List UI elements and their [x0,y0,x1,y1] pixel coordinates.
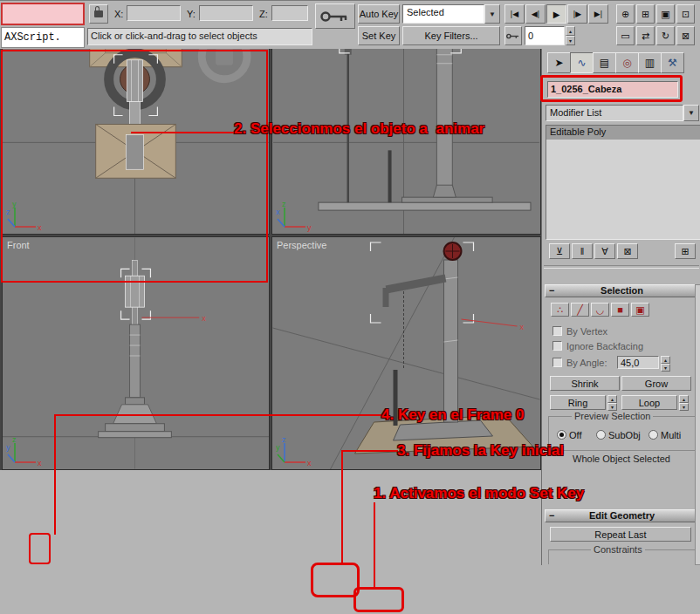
svg-text:z: z [12,436,17,444]
maxscript-macro-recorder-field[interactable] [1,3,85,25]
loop-spinner[interactable]: ▴▾ [679,395,689,410]
pan-button[interactable]: ⇄ [636,26,655,45]
svg-text:x: x [276,208,280,216]
loop-button[interactable]: Loop [621,395,677,410]
by-angle-spinner[interactable]: ▴▾ [661,356,670,369]
svg-text:y: y [276,443,280,452]
zoom-extents-button[interactable]: ▣ [656,4,675,24]
make-unique-button[interactable]: ∀ [594,243,615,259]
constraints-title: Constraints [591,544,645,555]
annotation-step3: 3. Fijamos la Key inicial [397,442,564,460]
subobject-polygon-button[interactable]: ■ [611,303,629,317]
ignore-backfacing-checkbox[interactable] [552,341,562,351]
tab-utilities[interactable]: ⚒ [661,52,684,73]
frame-spinner[interactable]: ▴▾ [566,26,575,45]
coord-z-field[interactable] [271,5,308,21]
annotation-box-set-key-button [353,587,404,612]
arc-rotate-button[interactable]: ↻ [656,26,675,45]
rollout-edit-geometry[interactable]: − Edit Geometry [545,509,699,522]
rollout-selection[interactable]: − Selection [545,284,699,297]
annotation-step1: 1. Activamos el modo Set Key [374,485,584,502]
subobject-vertex-button[interactable]: ∴ [551,303,569,317]
set-keys-key-button[interactable] [315,3,355,29]
by-angle-label: By Angle: [566,358,607,368]
prompt-line: Click or click-and-drag to select object… [87,28,312,45]
maxscript-mini-listener-field[interactable]: AXScript. [1,27,85,48]
annotation-box-active-viewport [1,50,268,283]
coord-y-label: Y: [187,9,196,19]
subobject-edge-button[interactable]: ╱ [571,303,589,317]
by-angle-value-field[interactable]: 45,0 [617,356,659,369]
repeat-last-button[interactable]: Repeat Last [550,527,691,542]
modifier-list-value: Modifier List [546,105,683,121]
preview-off-radio[interactable] [557,430,566,440]
axis-tripod: z y x [276,201,314,232]
tab-display[interactable]: ▥ [638,52,662,73]
axis-tripod: z x y [276,436,314,467]
tab-modify[interactable]: ∿ [570,52,594,73]
go-to-end-button[interactable]: ▶| [588,4,608,24]
by-angle-checkbox[interactable] [552,358,562,367]
rollout-title: Selection [600,285,643,296]
previous-frame-button[interactable]: ◀| [525,4,546,24]
svg-text:x: x [202,314,206,323]
spinner-up-icon: ▴ [607,395,617,403]
coord-x-field[interactable] [127,5,181,21]
tab-hierarchy[interactable]: ▤ [593,52,616,73]
chevron-down-icon[interactable]: ▼ [484,4,500,24]
by-vertex-label: By Vertex [566,326,607,337]
by-vertex-checkbox[interactable] [552,326,562,336]
preview-subobj-radio[interactable] [596,430,606,440]
modifier-list-dropdown[interactable]: Modifier List ▼ [546,105,699,121]
zoom-extents-all-button[interactable]: ⊡ [676,4,695,24]
tab-motion[interactable]: ◎ [615,52,639,73]
play-button[interactable]: ▶ [546,4,566,24]
pin-stack-button[interactable]: ⊻ [549,243,570,259]
tab-create[interactable]: ➤ [547,52,571,73]
zoom-region-button[interactable]: ▭ [616,26,635,45]
ring-spinner[interactable]: ▴▾ [607,395,617,410]
key-selection-dropdown[interactable]: Selected ▼ [402,4,500,24]
3dsmax-window: File Edit Tools Group Views Create Modif… [0,0,700,614]
remove-modifier-button[interactable]: ⊠ [617,243,638,259]
panel-scrollbar[interactable] [695,284,700,565]
current-frame-field[interactable]: 0 [525,26,565,45]
annotation-box-object-name [540,75,683,102]
spinner-up-icon: ▴ [661,356,670,364]
annotation-step4: 4. Key en el Frame 0 [381,406,524,424]
show-end-result-button[interactable]: ‖ [572,243,593,259]
preview-multi-radio[interactable] [649,430,658,440]
next-frame-button[interactable]: |▶ [567,4,587,24]
transform-lock-button[interactable] [89,4,108,24]
modifier-stack-item-editable-poly[interactable]: Editable Poly [546,126,700,140]
zoom-all-button[interactable]: ⊞ [636,4,655,24]
coord-y-field[interactable] [199,5,253,21]
spinner-down-icon: ▾ [607,403,617,411]
key-selection-value: Selected [402,4,484,24]
chevron-down-icon[interactable]: ▼ [683,105,699,121]
svg-text:z: z [282,201,286,208]
pump-model-perspective-view: x [272,237,540,469]
preview-selection-title: Preview Selection [572,411,653,421]
shrink-button[interactable]: Shrink [550,376,620,391]
go-to-start-button[interactable]: |◀ [504,4,525,24]
zoom-button[interactable]: ⊕ [616,4,635,24]
subobject-element-button[interactable]: ▣ [631,303,649,317]
viewport-perspective[interactable]: x Perspective z x y [271,236,541,470]
spinner-up-icon: ▴ [566,26,575,36]
selection-status-text: Whole Object Selected [544,454,699,464]
set-key-button[interactable]: Set Key [358,26,400,45]
key-mode-toggle-button[interactable] [504,26,522,45]
subobject-border-button[interactable]: ◡ [591,303,609,317]
coord-z-label: Z: [259,9,268,19]
lock-icon [94,10,103,17]
annotation-box-key-button [311,563,360,597]
spinner-down-icon: ▾ [566,36,575,45]
grow-button[interactable]: Grow [621,376,691,391]
ring-button[interactable]: Ring [550,395,606,410]
min-max-toggle-button[interactable]: ⊠ [676,26,695,45]
key-filters-button[interactable]: Key Filters... [402,26,500,45]
auto-key-button[interactable]: Auto Key [358,4,400,24]
viewport-label: Perspective [277,240,326,250]
configure-modifier-sets-button[interactable]: ⊞ [675,243,696,259]
